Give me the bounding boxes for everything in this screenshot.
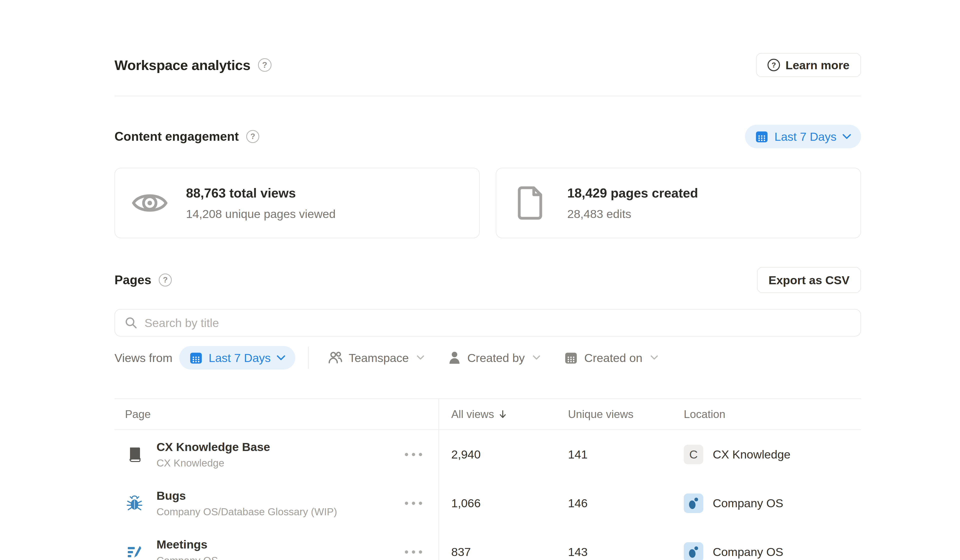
pages-created-value: 18,429 pages created [567,186,698,200]
column-header-page: Page [115,408,438,421]
workspace-analytics-page: Workspace analytics ? ? Learn more Conte… [115,0,861,560]
chevron-down-icon [651,355,658,360]
learn-more-label: Learn more [786,58,850,72]
total-views-card: 88,763 total views 14,208 unique pages v… [115,168,480,238]
pages-title: Pages ? [115,273,172,287]
sort-descending-icon [499,410,507,419]
unique-views-value: 146 [568,496,684,510]
page-location-subtitle: Company OS/Database Glossary (WIP) [157,506,337,518]
all-views-value: 2,940 [438,448,568,461]
location-avatar: C [684,445,703,464]
row-actions-menu[interactable] [405,501,422,505]
location-name: Company OS [713,545,783,559]
export-csv-button[interactable]: Export as CSV [757,267,861,293]
learn-more-button[interactable]: ? Learn more [756,53,861,77]
calendar-icon [564,351,578,365]
unique-pages-viewed-value: 14,208 unique pages viewed [186,207,336,221]
column-header-all-views[interactable]: All views [438,408,568,421]
location-cell[interactable]: Company OS [684,542,861,560]
total-views-value: 88,763 total views [186,186,336,200]
pages-table: Page All views Unique views Location [115,398,861,560]
row-actions-menu[interactable] [405,550,422,554]
unique-views-value: 141 [568,448,684,461]
unique-views-value: 143 [568,545,684,559]
content-engagement-header: Content engagement ? Last 7 Days [115,125,861,148]
calendar-icon [755,130,768,143]
location-name: Company OS [713,496,783,510]
page-location-subtitle: Company OS [157,555,218,560]
content-engagement-title: Content engagement ? [115,129,259,144]
section-divider [115,96,861,96]
column-header-unique-views: Unique views [568,408,684,421]
chevron-down-icon [277,355,285,360]
page-icon [512,186,550,220]
created-on-filter[interactable]: Created on [564,351,658,365]
chevron-down-icon [417,355,424,360]
edits-value: 28,483 edits [567,207,698,221]
page-location-subtitle: CX Knowledge [157,457,270,469]
ellipsis-icon [405,453,422,456]
pages-section-header: Pages ? Export as CSV [115,267,861,293]
engagement-stat-cards: 88,763 total views 14,208 unique pages v… [115,168,861,238]
help-icon[interactable]: ? [159,274,172,286]
ellipsis-icon [405,550,422,554]
table-header: Page All views Unique views Location [115,398,861,430]
pages-title-text: Pages [115,273,151,287]
page-title[interactable]: Meetings [157,538,218,551]
export-csv-label: Export as CSV [768,273,850,287]
location-cell[interactable]: Company OS [684,493,861,513]
location-cell[interactable]: C CX Knowledge [684,445,861,464]
page-title-text: Workspace analytics [115,57,251,73]
eye-icon [131,189,168,217]
created-by-filter[interactable]: Created by [448,351,540,365]
page-header: Workspace analytics ? ? Learn more [115,53,861,77]
help-icon[interactable]: ? [258,58,272,72]
pages-created-card: 18,429 pages created 28,483 edits [496,168,861,238]
question-circle-icon: ? [768,59,780,71]
all-views-value: 1,066 [438,496,568,510]
table-row[interactable]: Bugs Company OS/Database Glossary (WIP) … [115,479,861,528]
all-views-value: 837 [438,545,568,559]
teamspace-filter[interactable]: Teamspace [328,351,424,365]
page-title[interactable]: CX Knowledge Base [157,440,270,454]
filters-row: Views from Last 7 Days [115,346,861,370]
table-column-divider [438,398,439,560]
search-input[interactable] [144,316,851,330]
views-from-date-filter[interactable]: Last 7 Days [179,346,295,370]
page-title: Workspace analytics ? [115,57,272,73]
teamspace-icon [328,351,342,364]
teamspace-label: Teamspace [349,351,409,365]
column-header-location: Location [684,408,861,421]
created-on-label: Created on [584,351,643,365]
table-row[interactable]: CX Knowledge Base CX Knowledge 2,940 141… [115,430,861,479]
views-from-label: Views from [115,351,173,365]
chevron-down-icon [843,134,851,139]
bug-icon [126,495,142,511]
page-title[interactable]: Bugs [157,489,337,502]
book-icon [126,446,142,462]
content-engagement-title-text: Content engagement [115,129,239,144]
date-range-filter[interactable]: Last 7 Days [745,125,861,148]
location-name: CX Knowledge [713,448,790,461]
row-actions-menu[interactable] [405,453,422,456]
views-from-date-label: Last 7 Days [209,351,271,365]
all-views-label: All views [451,408,494,421]
company-os-logo [684,542,703,560]
filters-divider [308,347,309,369]
meetings-icon [126,544,142,560]
created-by-label: Created by [467,351,525,365]
help-icon[interactable]: ? [246,130,259,143]
calendar-icon [189,351,203,365]
company-os-logo [684,493,703,513]
person-icon [448,351,461,364]
search-bar [115,309,861,336]
chevron-down-icon [533,355,540,360]
search-icon [125,316,138,329]
ellipsis-icon [405,501,422,505]
table-row[interactable]: Meetings Company OS 837 143 [115,528,861,560]
date-range-label: Last 7 Days [774,130,837,144]
